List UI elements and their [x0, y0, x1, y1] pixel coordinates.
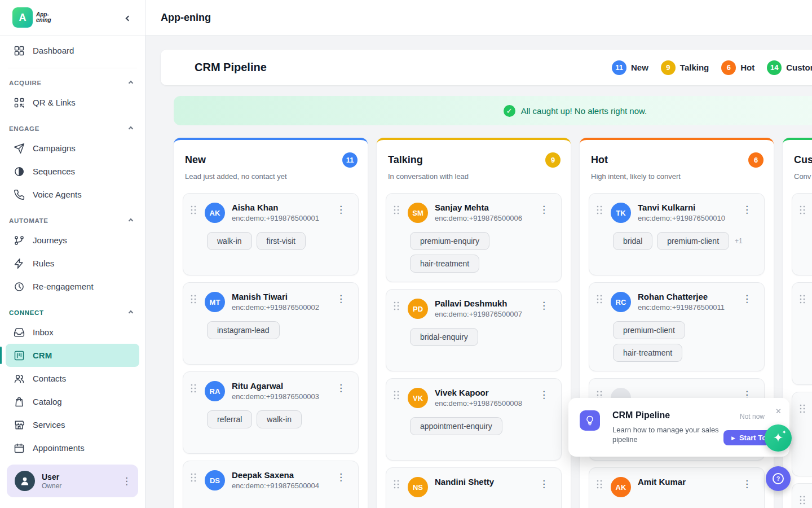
lead-card[interactable]: ⋮ RA Ritu Agarwal enc:demo:+919876500003… — [183, 371, 359, 454]
drag-handle-icon[interactable] — [393, 205, 399, 214]
qr-code-icon — [14, 97, 25, 108]
lead-card[interactable]: ⋮ TK Tanvi Kulkarni enc:demo:+9198765000… — [589, 193, 765, 275]
lead-card[interactable]: ⋮ VK Vivek Kapoor enc:demo:+919876500008… — [386, 378, 562, 461]
card-menu-button[interactable]: ⋮ — [742, 204, 752, 216]
card-menu-button[interactable]: ⋮ — [336, 471, 346, 483]
section-engage[interactable]: ENGAGE — [6, 125, 139, 132]
close-icon[interactable]: ✕ — [775, 407, 782, 415]
sidebar-collapse-button[interactable] — [123, 10, 134, 25]
drag-handle-icon[interactable] — [393, 390, 399, 400]
card-menu-button[interactable]: ⋮ — [539, 204, 549, 216]
section-label: AUTOMATE — [9, 217, 48, 224]
sidebar-item-inbox[interactable]: Inbox — [6, 321, 139, 344]
drag-handle-icon[interactable] — [393, 301, 399, 310]
avatar: AK — [611, 477, 631, 497]
not-now-button[interactable]: Not now — [740, 413, 765, 421]
avatar: SM — [408, 203, 428, 223]
sidebar-item-journeys[interactable]: Journeys — [6, 229, 139, 252]
drag-handle-icon[interactable] — [393, 479, 399, 489]
section-label: ENGAGE — [9, 125, 39, 132]
sidebar-item-catalog[interactable]: Catalog — [6, 390, 139, 413]
sidebar-item-label: Rules — [33, 259, 54, 268]
card-menu-button[interactable]: ⋮ — [539, 389, 549, 401]
lead-card[interactable]: ⋮ — [792, 392, 812, 476]
user-role: Owner — [42, 482, 115, 490]
section-automate[interactable]: AUTOMATE — [6, 217, 139, 224]
tag-chip: bridal — [613, 232, 652, 250]
lead-card[interactable]: ⋮ AK Amit Kumar — [589, 467, 765, 508]
column-count-badge: 9 — [545, 152, 561, 168]
lead-card[interactable]: ⋮ PD Pallavi Deshmukh enc:demo:+91987650… — [386, 289, 562, 371]
column-subtitle: In conversation with lead — [388, 172, 561, 181]
drag-handle-icon[interactable] — [190, 205, 196, 214]
lead-card[interactable]: ⋮ AK Aisha Khan enc:demo:+919876500001 w… — [183, 193, 359, 275]
drag-handle-icon[interactable] — [596, 479, 602, 489]
card-menu-button[interactable]: ⋮ — [539, 300, 549, 312]
alert-message: All caught up! No alerts right now. — [521, 106, 647, 116]
sidebar-item-re-engagement[interactable]: Re-engagement — [6, 275, 139, 298]
tag-chip: bridal-enquiry — [410, 328, 478, 346]
chevron-up-icon — [129, 81, 133, 85]
card-menu-button[interactable]: ⋮ — [336, 293, 346, 305]
card-menu-button[interactable]: ⋮ — [742, 478, 752, 490]
sidebar-item-campaigns[interactable]: Campaigns — [6, 137, 139, 160]
lead-phone: enc:demo:+919876500011 — [638, 303, 725, 312]
sidebar-item-label: Re-engagement — [33, 282, 94, 291]
user-menu-button[interactable]: ⋮ — [122, 475, 131, 487]
drag-handle-icon[interactable] — [190, 472, 196, 482]
help-button[interactable]: ? — [766, 466, 791, 491]
card-menu-button[interactable]: ⋮ — [336, 382, 346, 394]
popup-title: CRM Pipeline — [612, 410, 670, 421]
play-icon: ▶ — [731, 435, 735, 441]
lead-card[interactable]: ⋮ — [792, 483, 812, 508]
sidebar-item-crm[interactable]: CRM — [6, 344, 139, 367]
user-card[interactable]: User Owner ⋮ — [7, 465, 138, 497]
lead-phone: enc:demo:+919876500007 — [435, 310, 522, 318]
drag-handle-icon[interactable] — [190, 294, 196, 304]
section-acquire[interactable]: ACQUIRE — [6, 80, 139, 86]
pipeline-title: CRM Pipeline — [195, 61, 267, 74]
drag-handle-icon[interactable] — [799, 404, 805, 413]
lead-card[interactable]: ⋮ DS Deepak Saxena enc:demo:+91987650000… — [183, 461, 359, 508]
sidebar-item-voice-agents[interactable]: Voice Agents — [6, 183, 139, 206]
lead-card[interactable]: ⋮ NS Nandini Shetty — [386, 467, 562, 508]
sidebar-item-sequences[interactable]: Sequences — [6, 160, 139, 183]
stage-stats: 11 New 9 Talking 6 Hot 14 Customer — [612, 50, 812, 85]
half-circle-icon — [14, 166, 25, 177]
lead-name: Nandini Shetty — [435, 477, 494, 487]
lead-name: Ritu Agarwal — [232, 381, 319, 391]
sidebar-item-label: Contacts — [33, 374, 66, 383]
tag-chip: premium-enquiry — [410, 232, 489, 250]
drag-handle-icon[interactable] — [596, 294, 602, 304]
shopping-bag-icon — [14, 396, 25, 408]
card-menu-button[interactable]: ⋮ — [539, 478, 549, 490]
phone-icon — [14, 189, 25, 200]
ai-assistant-button[interactable]: ✦ ✦ — [765, 424, 792, 452]
app-logo: A App-ening — [12, 7, 51, 28]
drag-handle-icon[interactable] — [190, 383, 196, 393]
lead-card[interactable]: ⋮ RC Rohan Chatterjee enc:demo:+91987650… — [589, 282, 765, 371]
lead-name: Tanvi Kulkarni — [638, 203, 725, 212]
card-menu-button[interactable]: ⋮ — [336, 204, 346, 216]
sidebar-item-label: Services — [33, 420, 65, 430]
section-connect[interactable]: CONNECT — [6, 309, 139, 316]
people-icon — [14, 373, 25, 384]
drag-handle-icon[interactable] — [799, 495, 805, 505]
sidebar-item-contacts[interactable]: Contacts — [6, 367, 139, 390]
drag-handle-icon[interactable] — [799, 205, 805, 214]
sidebar-item-appointments[interactable]: Appointments — [6, 436, 139, 459]
lead-card[interactable]: ⋮ — [792, 193, 812, 275]
avatar: RC — [611, 292, 631, 312]
drag-handle-icon[interactable] — [596, 205, 602, 214]
stat-label: New — [631, 63, 648, 72]
card-menu-button[interactable]: ⋮ — [742, 293, 752, 305]
sidebar-item-qr-links[interactable]: QR & Links — [6, 91, 139, 114]
sidebar-item-rules[interactable]: Rules — [6, 252, 139, 275]
lead-phone: enc:demo:+919876500004 — [232, 481, 319, 490]
sidebar-item-services[interactable]: Services — [6, 413, 139, 436]
lead-card[interactable]: ⋮ — [792, 282, 812, 385]
lead-card[interactable]: ⋮ MT Manish Tiwari enc:demo:+91987650000… — [183, 282, 359, 365]
lead-card[interactable]: ⋮ SM Sanjay Mehta enc:demo:+919876500006… — [386, 193, 562, 282]
drag-handle-icon[interactable] — [799, 294, 805, 304]
sidebar-item-dashboard[interactable]: Dashboard — [6, 39, 139, 62]
